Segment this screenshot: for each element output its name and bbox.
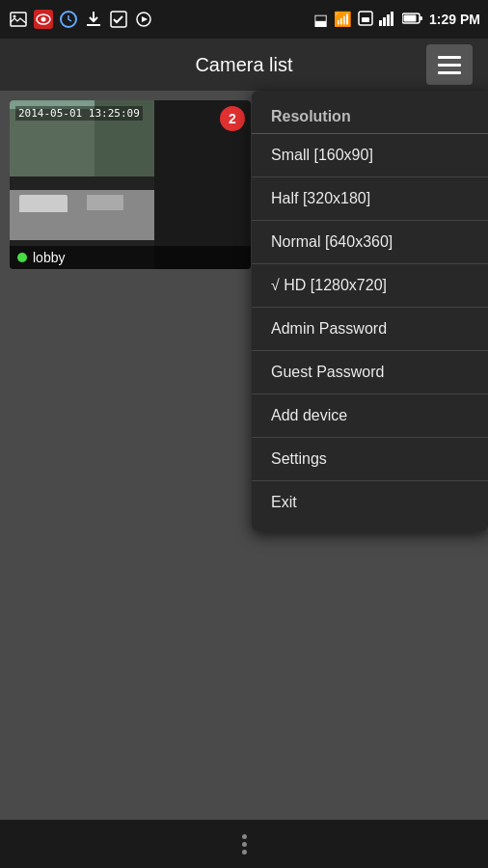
menu-item-settings[interactable]: Settings [252, 438, 488, 481]
car1 [19, 195, 68, 212]
menu-item-guest-password[interactable]: Guest Password [252, 351, 488, 394]
hamburger-line-3 [438, 71, 461, 74]
status-icons-left [8, 9, 154, 30]
battery-icon [402, 12, 423, 28]
svg-rect-13 [387, 14, 390, 26]
camera-timestamp: 2014-05-01 13:25:09 [15, 106, 143, 121]
status-bar: ⬓ 📶 1:29 PM [0, 0, 488, 39]
svg-rect-14 [391, 12, 393, 26]
nav-dot-3 [242, 850, 247, 854]
nav-dot-1 [242, 834, 247, 839]
car2 [87, 195, 123, 210]
status-icons-right: ⬓ 📶 1:29 PM [313, 10, 480, 30]
camera-card[interactable]: 2014-05-01 13:25:09 2 lobby [10, 100, 251, 269]
header-title: Camera list [62, 54, 426, 76]
sim-icon [358, 10, 373, 30]
camera-thumbnail [10, 100, 251, 269]
circle-icon [58, 9, 79, 30]
svg-point-4 [41, 17, 46, 22]
eye-icon [33, 9, 54, 30]
svg-rect-11 [379, 20, 382, 26]
menu-section-resolution: Resolution [252, 98, 488, 134]
menu-item-small[interactable]: Small [160x90] [252, 134, 488, 177]
bluetooth-icon: ⬓ [313, 11, 328, 29]
nav-dots-button[interactable] [234, 827, 255, 862]
dropdown-menu: Resolution Small [160x90] Half [320x180]… [252, 91, 488, 531]
menu-item-normal[interactable]: Normal [640x360] [252, 221, 488, 264]
menu-item-admin-password[interactable]: Admin Password [252, 308, 488, 351]
hamburger-line-1 [438, 56, 461, 59]
status-time: 1:29 PM [429, 12, 480, 27]
svg-rect-12 [383, 17, 386, 26]
hamburger-line-2 [438, 64, 461, 67]
wifi-icon: 📶 [334, 11, 352, 28]
app-header: Camera list [0, 39, 488, 91]
menu-item-add-device[interactable]: Add device [252, 394, 488, 438]
camera-badge: 2 [220, 106, 245, 131]
nav-dot-2 [242, 842, 247, 847]
camera-status-dot [17, 253, 27, 262]
svg-rect-17 [420, 16, 422, 20]
svg-rect-10 [362, 17, 369, 22]
menu-item-hd[interactable]: HD [1280x720] [252, 264, 488, 308]
play-icon [133, 9, 154, 30]
menu-button[interactable] [426, 44, 473, 85]
signal-icon [379, 11, 396, 29]
camera-name: lobby [33, 250, 65, 265]
svg-rect-16 [404, 14, 417, 21]
camera-label-bar: lobby [10, 246, 251, 269]
check-icon [108, 9, 129, 30]
bottom-nav-bar [0, 820, 488, 868]
menu-item-half[interactable]: Half [320x180] [252, 177, 488, 221]
main-content: 2014-05-01 13:25:09 2 lobby Resolution S… [0, 91, 488, 820]
image-icon [8, 9, 29, 30]
svg-rect-6 [87, 24, 100, 26]
download-icon [83, 9, 104, 30]
svg-point-1 [14, 15, 16, 18]
menu-item-exit[interactable]: Exit [252, 481, 488, 524]
